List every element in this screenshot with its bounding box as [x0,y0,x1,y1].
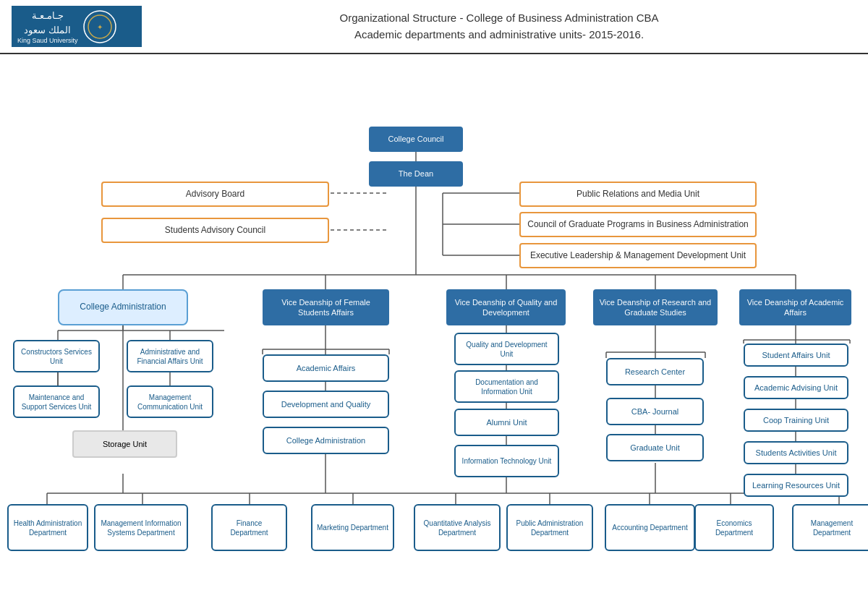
logo-english: King Saud University [17,37,78,44]
quantitative-dept: Quantitative Analysis Department [414,504,501,551]
header-title: Organizational Structure - College of Bu… [142,10,856,43]
student-affairs-box: Student Affairs Unit [744,344,848,367]
advisory-board: Advisory Board [101,182,329,207]
header: جـامـعـةالملك سعود King Saud University … [0,0,868,54]
economics-dept: Economics Department [694,504,774,551]
health-admin-dept: Health Administration Department [7,504,88,551]
finance-dept: Finance Department [211,504,287,551]
students-advisory-council: Students Advisory Council [101,218,329,243]
accounting-dept: Accounting Department [605,504,695,551]
academic-advising-box: Academic Advising Unit [744,376,848,399]
management-dept: Management Department [792,504,868,551]
the-dean: The Dean [369,161,463,187]
students-activities-box: Students Activities Unit [744,441,848,464]
coop-training-box: Coop Training Unit [744,409,848,432]
org-container: College Council The Dean Advisory Board … [0,54,868,614]
academic-affairs-vdf-box: Academic Affairs [263,354,389,382]
vice-female-header: Vice Deanship of Female Students Affairs [263,289,389,325]
mgmt-comm-box: Management Communication Unit [127,385,213,418]
constructors-box: Constructors Services Unit [13,340,100,372]
quality-dev-box: Quality and Development Unit [454,333,559,365]
info-tech-box: Information Technology Unit [454,445,559,477]
ksu-emblem: ✦ [82,9,117,44]
college-council: College Council [369,127,463,152]
college-admin-vdf-box: College Administration [263,427,389,454]
maintenance-box: Maintenance and Support Services Unit [13,385,100,418]
cba-journal-box: CBA- Journal [606,398,704,425]
vice-academic-header: Vice Deanship of Academic Affairs [739,289,851,325]
storage-box: Storage Unit [72,430,177,458]
svg-text:✦: ✦ [97,23,103,31]
research-center-box: Research Center [606,358,704,385]
learning-resources-box: Learning Resources Unit [744,474,848,497]
vice-research-header: Vice Deanship of Research and Graduate S… [593,289,718,325]
public-relations: Public Relations and Media Unit [519,182,757,207]
alumni-box: Alumni Unit [454,409,559,436]
logo-arabic: جـامـعـةالملك سعود [17,9,78,37]
admin-financial-box: Administrative and Financial Affairs Uni… [127,340,213,372]
graduate-unit-box: Graduate Unit [606,434,704,461]
doc-info-box: Documentation and Information Unit [454,370,559,403]
logo-box: جـامـعـةالملك سعود King Saud University … [12,6,142,47]
dev-quality-vdf-box: Development and Quality [263,391,389,418]
college-admin-header: College Administration [58,289,188,325]
mgmt-info-sys-dept: Management Information Systems Departmen… [94,504,188,551]
marketing-dept: Marketing Department [311,504,394,551]
vice-quality-header: Vice Deanship of Quality and Development [446,289,566,325]
executive-leadership: Executive Leadership & Management Develo… [519,243,757,268]
public-admin-dept: Public Administration Department [506,504,593,551]
council-graduate: Council of Graduate Programs in Business… [519,212,757,237]
